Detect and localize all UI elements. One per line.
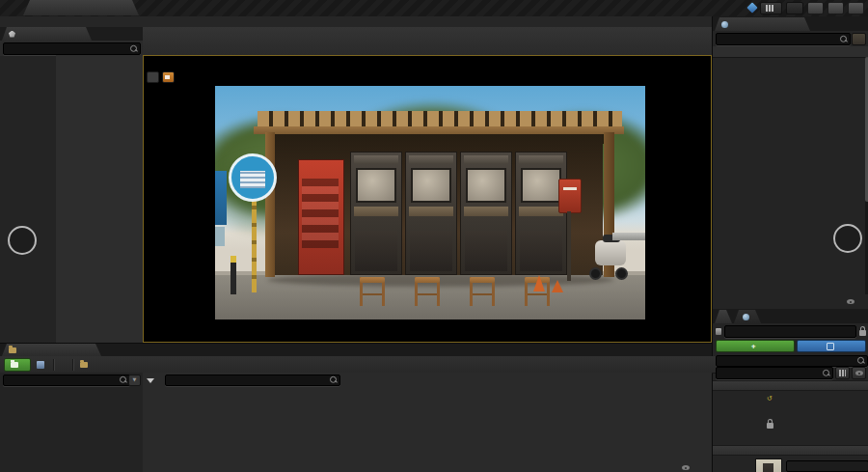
actor-name-row (716, 325, 866, 337)
static-mesh-section-header[interactable] (713, 445, 868, 456)
search-details-input[interactable] (717, 368, 832, 378)
postbox-pole (567, 211, 571, 281)
path-filter-icon[interactable]: ▼ (128, 375, 141, 386)
static-mesh-thumbnail[interactable] (755, 458, 782, 472)
column-settings-icon[interactable] (835, 367, 850, 379)
rotation-row (713, 405, 868, 417)
folder-icon (80, 362, 88, 368)
plus-icon: + (750, 343, 755, 350)
eye-icon (855, 371, 863, 375)
tab-world-settings[interactable] (734, 310, 761, 323)
timetable-sign (215, 171, 227, 225)
mesh-icon (716, 328, 721, 335)
level-viewport[interactable] (143, 55, 712, 343)
content-folder-tree (2, 387, 141, 471)
scooter-body (595, 240, 626, 265)
search-paths-box (3, 375, 130, 386)
project-name (786, 2, 803, 14)
search-paths-input[interactable] (4, 375, 129, 385)
level-tab[interactable] (23, 0, 139, 15)
tab-details[interactable] (715, 310, 732, 323)
vending-machine-shelves (302, 179, 339, 248)
display-filter-icon[interactable] (852, 367, 866, 379)
arcade-base (355, 231, 397, 271)
minimize-button[interactable] (807, 2, 824, 14)
details-buttons: + (716, 340, 866, 352)
eject-pilot-icon[interactable] (147, 71, 159, 83)
search-classes-input[interactable] (4, 43, 140, 54)
arcade-panel (464, 207, 508, 216)
static-mesh-row: ⌂ ← ↺ (713, 457, 868, 472)
actor-name-field[interactable] (724, 325, 856, 338)
search-content-box (165, 375, 340, 386)
breadcrumb[interactable] (80, 362, 95, 368)
arcade-machine-1 (350, 152, 402, 275)
add-import-button[interactable] (4, 358, 31, 372)
arcade-base (465, 231, 507, 271)
content-browser-tab[interactable] (2, 344, 101, 356)
eye-icon (682, 465, 690, 470)
outliner-view-options[interactable] (845, 299, 868, 304)
next-overlay-arrow[interactable] (833, 224, 862, 253)
search-details-box (716, 367, 833, 379)
filters-button[interactable] (147, 378, 160, 383)
reset-icon[interactable]: ↺ (767, 395, 773, 403)
notification-icon[interactable] (746, 2, 757, 13)
grid-icon (766, 5, 773, 12)
unreal-logo-icon (4, 1, 17, 14)
content-browser-sources: ▼ (0, 373, 144, 472)
search-details-row (716, 367, 866, 377)
location-row: ↺ (713, 393, 868, 404)
stool (360, 277, 385, 306)
place-actors-items (56, 55, 143, 344)
shelter-post-left (265, 132, 275, 277)
transform-section-header[interactable] (713, 380, 868, 391)
save-all-button[interactable] (37, 361, 47, 369)
blueprint-add-script-button[interactable] (797, 340, 866, 352)
search-icon (330, 376, 337, 383)
restore-button[interactable] (827, 2, 844, 14)
world-icon (721, 21, 728, 28)
eye-icon (847, 299, 854, 304)
outliner-search-input[interactable] (717, 34, 850, 44)
place-actors-panel (0, 27, 144, 344)
search-content-input[interactable] (166, 375, 339, 385)
viewport-scene[interactable] (215, 86, 645, 319)
pilot-camera-icon[interactable] (162, 71, 175, 83)
arcade-panel (519, 207, 563, 216)
outliner-filter-button[interactable] (852, 33, 866, 45)
prev-overlay-arrow[interactable] (8, 226, 37, 255)
scale-lock-icon[interactable] (767, 423, 773, 429)
content-browser-toolbar (0, 356, 716, 374)
content-browser-assets (143, 373, 712, 472)
mobility-row (713, 431, 868, 443)
static-mesh-dropdown[interactable] (786, 460, 868, 472)
bollard (231, 256, 236, 294)
save-icon (37, 361, 44, 369)
static-mesh-picker: ⌂ ← ↺ (782, 457, 868, 472)
world-outliner-tab-row (713, 16, 868, 31)
search-icon (840, 35, 847, 42)
ddc-button[interactable] (760, 2, 782, 14)
shelter-roof-fascia (254, 126, 624, 134)
search-components-input[interactable] (717, 356, 867, 366)
place-actors-tab[interactable] (2, 27, 92, 41)
content-browser-panel: ▼ (0, 343, 712, 472)
lock-icon[interactable] (859, 330, 866, 336)
place-actors-categories (0, 56, 56, 344)
world-outliner-tab[interactable] (715, 17, 810, 31)
close-button[interactable] (848, 2, 864, 14)
title-bar (0, 0, 868, 17)
arcade-base (520, 231, 562, 271)
search-components-box (716, 355, 868, 367)
place-actors-icon (9, 31, 15, 38)
guardrail (612, 233, 645, 240)
content-view-options[interactable] (680, 465, 698, 470)
timetable-sign-small (215, 227, 225, 246)
add-component-button[interactable]: + (716, 340, 795, 352)
place-actors-tab-row (0, 27, 143, 41)
bus-stop-sign-panel (240, 171, 265, 188)
globe-icon (743, 314, 749, 320)
funnel-icon (147, 378, 154, 383)
pilot-row (147, 71, 177, 83)
